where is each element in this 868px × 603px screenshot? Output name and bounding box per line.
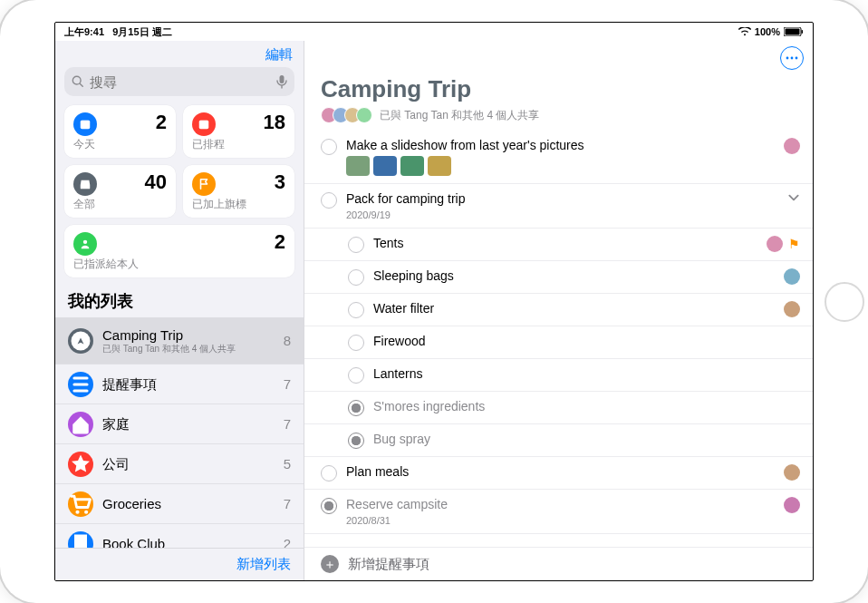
assignee-avatar: [784, 464, 800, 481]
flag-icon: [192, 172, 216, 196]
smart-list-all[interactable]: 40 全部: [64, 165, 176, 218]
task-title: Tents: [373, 236, 757, 250]
svg-point-13: [84, 510, 88, 513]
task-checkbox[interactable]: [321, 192, 337, 209]
smart-list-label: 已排程: [192, 137, 285, 152]
task-checkbox[interactable]: [348, 335, 364, 351]
svg-point-16: [796, 57, 798, 60]
list-icon: [68, 328, 93, 354]
assignee-avatar: [784, 138, 800, 154]
status-date: 9月15日 週二: [112, 26, 171, 37]
add-reminder-button[interactable]: ＋ 新增提醒事項: [304, 547, 813, 580]
chevron-down-icon[interactable]: [787, 191, 800, 204]
list-count: 7: [284, 416, 291, 432]
svg-rect-2: [802, 30, 804, 34]
add-reminder-label: 新增提醒事項: [348, 556, 429, 573]
thumbnail[interactable]: [346, 156, 370, 176]
list-icon: [68, 452, 93, 477]
task-row[interactable]: Sleeping bags: [304, 261, 813, 294]
avatar: [356, 107, 372, 123]
task-checkbox[interactable]: [321, 498, 337, 514]
home-button[interactable]: [825, 282, 864, 322]
list-row[interactable]: 家庭 7: [55, 404, 304, 444]
task-checkbox[interactable]: [321, 139, 337, 155]
task-row[interactable]: S'mores ingredients: [304, 392, 813, 424]
assignee-avatar: [784, 497, 800, 513]
task-row[interactable]: Plan meals: [304, 457, 813, 490]
task-row[interactable]: Make a slideshow from last year's pictur…: [304, 131, 813, 184]
list-row[interactable]: Groceries 7: [55, 484, 304, 524]
list-icon: [68, 412, 93, 437]
task-title: Firewood: [373, 334, 791, 348]
list-icon: [68, 491, 93, 517]
smart-list-flagged[interactable]: 3 已加上旗標: [183, 165, 294, 218]
list-name: Book Club: [102, 536, 275, 549]
task-row[interactable]: Pack for camping trip 2020/9/19: [304, 184, 813, 229]
task-date: 2020/8/31: [346, 515, 775, 526]
list-row[interactable]: Camping Trip已與 Tang Tan 和其他 4 個人共享 8: [55, 317, 304, 365]
task-checkbox[interactable]: [348, 367, 364, 384]
list-count: 7: [284, 376, 291, 392]
search-input[interactable]: [90, 74, 271, 90]
task-title: Pack for camping trip: [346, 191, 778, 206]
task-checkbox[interactable]: [321, 465, 337, 481]
list-name: Groceries: [102, 496, 275, 512]
list-row[interactable]: Book Club 2: [55, 524, 304, 548]
svg-rect-1: [786, 29, 800, 35]
assignee-avatar: [767, 236, 783, 252]
attachment-thumbs[interactable]: [346, 156, 775, 176]
task-checkbox[interactable]: [348, 269, 364, 286]
task-date: 2020/9/19: [346, 209, 778, 220]
list-row[interactable]: 公司 5: [55, 444, 304, 484]
flag-icon: ⚑: [788, 237, 800, 251]
smart-list-sched[interactable]: 18 已排程: [183, 105, 294, 158]
smart-list-count: 18: [264, 112, 285, 132]
search-field[interactable]: [64, 67, 294, 96]
list-icon: [68, 531, 93, 549]
task-row[interactable]: Lanterns: [304, 359, 813, 392]
svg-rect-7: [81, 121, 91, 123]
svg-point-10: [83, 240, 87, 244]
mic-icon[interactable]: [276, 74, 287, 89]
svg-rect-9: [199, 121, 209, 123]
list-name: 公司: [102, 456, 275, 472]
task-row[interactable]: Bug spray: [304, 424, 813, 457]
search-icon: [72, 75, 84, 88]
task-row[interactable]: Tents ⚑: [304, 229, 813, 261]
task-row[interactable]: Water filter: [304, 294, 813, 326]
status-bar: 上午9:41 9月15日 週二 100%: [55, 23, 813, 41]
smart-list-label: 全部: [73, 197, 167, 212]
smart-list-label: 已指派給本人: [73, 257, 285, 272]
add-list-button[interactable]: 新增列表: [55, 548, 304, 580]
thumbnail[interactable]: [373, 156, 397, 176]
list-count: 7: [284, 496, 291, 511]
calendar-icon: [192, 112, 216, 136]
more-button[interactable]: [780, 46, 804, 70]
edit-button[interactable]: 編輯: [265, 46, 293, 63]
smart-list-assigned[interactable]: 2 已指派給本人: [64, 225, 294, 277]
task-title: Plan meals: [346, 464, 775, 479]
svg-point-15: [791, 57, 794, 60]
task-row[interactable]: Reserve campsite 2020/8/31: [304, 490, 813, 534]
smart-list-today[interactable]: 2 今天: [64, 105, 176, 158]
task-row[interactable]: Firewood: [304, 326, 813, 359]
list-count: 8: [284, 333, 291, 348]
task-title: Make a slideshow from last year's pictur…: [346, 138, 775, 152]
inbox-icon: [73, 172, 97, 196]
thumbnail[interactable]: [428, 156, 451, 176]
thumbnail[interactable]: [400, 156, 424, 176]
plus-icon: ＋: [321, 555, 339, 573]
list-row[interactable]: 提醒事項 7: [55, 365, 304, 404]
task-checkbox[interactable]: [348, 302, 364, 318]
svg-line-4: [80, 83, 82, 86]
share-text: 已與 Tang Tan 和其他 4 個人共享: [380, 108, 540, 123]
person-icon: [73, 232, 97, 256]
list-count: 5: [284, 456, 291, 472]
task-checkbox[interactable]: [348, 237, 364, 253]
smart-list-label: 今天: [73, 137, 167, 152]
task-checkbox[interactable]: [348, 433, 364, 449]
share-info[interactable]: 已與 Tang Tan 和其他 4 個人共享: [304, 105, 813, 131]
task-title: Sleeping bags: [373, 268, 775, 283]
assignee-avatar: [784, 268, 800, 285]
task-checkbox[interactable]: [348, 400, 364, 416]
